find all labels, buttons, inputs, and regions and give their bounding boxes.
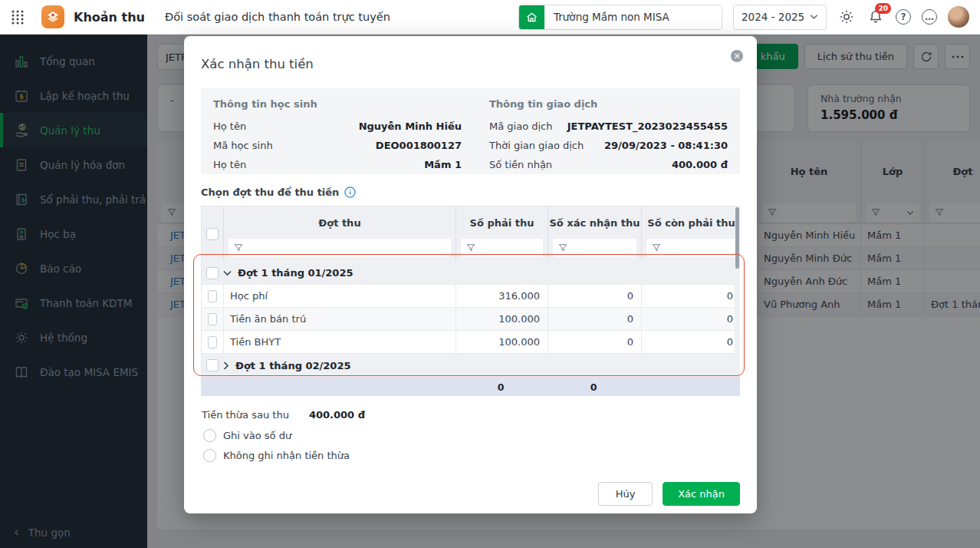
filter-period[interactable] (229, 239, 451, 257)
table-scrollbar[interactable] (735, 206, 740, 376)
section-title: Thông tin giao dịch (489, 98, 728, 110)
cell-remaining: 0 (641, 308, 741, 330)
filter-icon (558, 243, 567, 253)
surplus-label: Tiền thừa sau thu (202, 409, 289, 421)
chevron-down-icon (810, 14, 818, 20)
filter-remaining[interactable] (646, 239, 736, 257)
screen: Khoản thu Đối soát giao dịch thanh toán … (0, 0, 980, 548)
column-header: Số xác nhận thu (548, 206, 641, 239)
cell-must: 100.000 (455, 308, 548, 330)
filter-icon (652, 243, 661, 253)
group-row[interactable]: Đợt 1 tháng 01/2025 (202, 262, 739, 285)
totals-row: 0 0 (201, 378, 740, 396)
column-header: Số còn phải thu (641, 206, 741, 239)
header-left: Khoản thu Đối soát giao dịch thanh toán … (9, 5, 390, 28)
cell-fee-name: Tiền ăn bán trú (223, 308, 455, 330)
row-checkbox[interactable] (208, 290, 217, 302)
close-icon[interactable]: ✕ (731, 50, 743, 62)
student-info: Thông tin học sinh Họ tênNguyễn Minh Hiế… (213, 98, 462, 174)
modal-actions: Hủy Xác nhận (598, 482, 740, 506)
filter-confirmed[interactable] (553, 239, 636, 257)
total-confirmed: 0 (547, 378, 640, 396)
khoan-thu-app-icon[interactable] (41, 5, 64, 28)
info-icon[interactable] (344, 187, 356, 198)
group-checkbox[interactable] (206, 359, 219, 371)
total-must: 0 (455, 378, 547, 396)
confirm-payment-modal: Xác nhận thu tiền ✕ Thông tin học sinh H… (184, 36, 757, 513)
app-launcher-icon[interactable] (9, 8, 26, 25)
select-all-checkbox[interactable] (206, 228, 219, 240)
radio-option-ignore[interactable]: Không ghi nhận tiền thừa (203, 449, 350, 462)
fee-row: Tiền ăn bán trú 100.000 0 0 (202, 308, 739, 331)
filter-must[interactable] (461, 239, 543, 257)
group-row[interactable]: Đợt 1 tháng 02/2025 (202, 354, 739, 377)
periods-table: Đợt thu Số phải thu Số xác nhận thu Số c… (201, 206, 740, 378)
group-checkbox[interactable] (206, 267, 219, 279)
section-title: Thông tin học sinh (213, 98, 462, 110)
user-avatar[interactable] (948, 6, 969, 28)
app-header: Khoản thu Đối soát giao dịch thanh toán … (0, 0, 980, 35)
info-panel: Thông tin học sinh Họ tênNguyễn Minh Hiế… (201, 88, 740, 174)
page-title: Đối soát giao dịch thanh toán trực tuyến (165, 11, 390, 23)
chevron-right-icon[interactable] (223, 361, 229, 370)
cell-confirmed: 0 (548, 308, 641, 330)
cell-confirmed: 0 (548, 331, 641, 353)
cancel-button[interactable]: Hủy (598, 482, 653, 506)
settings-icon[interactable] (837, 8, 856, 26)
help-icon[interactable]: ? (896, 9, 911, 25)
notifications-icon[interactable]: 20 (867, 8, 885, 26)
radio-icon[interactable] (203, 449, 216, 462)
column-header: Đợt thu (223, 206, 455, 239)
school-name: Trường Mầm non MISA (544, 11, 679, 23)
home-icon[interactable] (519, 5, 544, 30)
cell-remaining: 0 (641, 285, 741, 307)
cell-fee-name: Tiền BHYT (223, 331, 455, 353)
filter-icon (466, 243, 475, 253)
header-right: Trường Mầm non MISA 2024 - 2025 20 ? (518, 5, 969, 30)
cell-fee-name: Học phí (223, 285, 455, 307)
surplus-row: Tiền thừa sau thu 400.000 đ (202, 409, 365, 421)
fee-row: Học phí 316.000 0 0 (202, 285, 739, 308)
radio-icon[interactable] (203, 429, 216, 442)
row-checkbox[interactable] (208, 313, 217, 325)
transaction-info: Thông tin giao dịch Mã giao dịchJETPAYTE… (489, 98, 728, 174)
confirm-button[interactable]: Xác nhận (663, 482, 740, 506)
periods-table-header: Đợt thu Số phải thu Số xác nhận thu Số c… (201, 206, 740, 262)
radio-option-balance[interactable]: Ghi vào số dư (203, 429, 291, 442)
cell-confirmed: 0 (548, 285, 641, 307)
school-selector[interactable]: Trường Mầm non MISA (518, 5, 722, 30)
filter-icon (234, 243, 243, 253)
scrollbar-thumb[interactable] (735, 207, 739, 269)
app-title: Khoản thu (74, 10, 145, 25)
fee-row: Tiền BHYT 100.000 0 0 (202, 331, 739, 354)
cell-remaining: 0 (641, 331, 741, 353)
select-period-label: Chọn đợt thu để thu tiền (201, 187, 356, 198)
periods-table-body: Đợt 1 tháng 01/2025 Học phí 316.000 0 0 … (201, 262, 740, 378)
cell-must: 316.000 (455, 285, 548, 307)
surplus-value: 400.000 đ (309, 409, 365, 421)
cell-must: 100.000 (455, 331, 548, 353)
more-icon[interactable]: … (922, 9, 937, 25)
column-header: Số phải thu (455, 206, 548, 239)
year-selector[interactable]: 2024 - 2025 (733, 5, 827, 30)
row-checkbox[interactable] (208, 336, 217, 348)
notification-badge: 20 (875, 3, 891, 14)
modal-title: Xác nhận thu tiền (201, 57, 314, 71)
chevron-down-icon[interactable] (223, 270, 232, 276)
school-year: 2024 - 2025 (742, 11, 804, 23)
